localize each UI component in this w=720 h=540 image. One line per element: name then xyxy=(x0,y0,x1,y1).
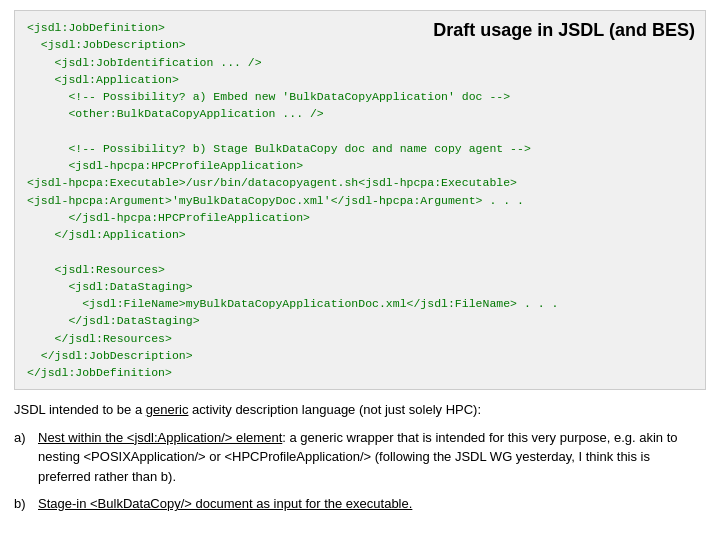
code-line: <jsdl:JobIdentification ... /> xyxy=(27,54,693,71)
code-line: <jsdl:Application> xyxy=(27,71,693,88)
list-content-b: Stage-in <BulkDataCopy/> document as inp… xyxy=(38,494,706,514)
code-line: </jsdl:DataStaging> xyxy=(27,312,693,329)
code-line: <!-- Possibility? a) Embed new 'BulkData… xyxy=(27,88,693,105)
code-line: <jsdl-hpcpa:HPCProfileApplication> xyxy=(27,157,693,174)
prose-section: JSDL intended to be a generic activity d… xyxy=(14,400,706,514)
list-item-b: b) Stage-in <BulkDataCopy/> document as … xyxy=(14,494,706,514)
code-line: <jsdl-hpcpa:Executable>/usr/bin/datacopy… xyxy=(27,174,693,191)
code-line: <other:BulkDataCopyApplication ... /> xyxy=(27,105,693,122)
code-line: </jsdl-hpcpa:HPCProfileApplication> xyxy=(27,209,693,226)
nest-underline: Nest within the <jsdl:Application/> elem… xyxy=(38,430,282,445)
list-content-a: Nest within the <jsdl:Application/> elem… xyxy=(38,428,706,487)
page-title: Draft usage in JSDL (and BES) xyxy=(433,17,695,44)
code-line: <jsdl-hpcpa:Argument>'myBulkDataCopyDoc.… xyxy=(27,192,693,209)
list-label-b: b) xyxy=(14,494,38,514)
code-line xyxy=(27,243,693,260)
code-line: </jsdl:Application> xyxy=(27,226,693,243)
list-label-a: a) xyxy=(14,428,38,487)
code-line: </jsdl:Resources> xyxy=(27,330,693,347)
code-line: <jsdl:DataStaging> xyxy=(27,278,693,295)
code-line: </jsdl:JobDescription> xyxy=(27,347,693,364)
code-line: </jsdl:JobDefinition> xyxy=(27,364,693,381)
list-item-a: a) Nest within the <jsdl:Application/> e… xyxy=(14,428,706,487)
code-line: <jsdl:FileName>myBulkDataCopyApplication… xyxy=(27,295,693,312)
code-line xyxy=(27,123,693,140)
code-line: <!-- Possibility? b) Stage BulkDataCopy … xyxy=(27,140,693,157)
stage-underline: Stage-in <BulkDataCopy/> document as inp… xyxy=(38,496,412,511)
generic-underline: generic xyxy=(146,402,189,417)
intro-text: JSDL intended to be a generic activity d… xyxy=(14,400,706,420)
code-block: Draft usage in JSDL (and BES) <jsdl:JobD… xyxy=(14,10,706,390)
code-line: <jsdl:Resources> xyxy=(27,261,693,278)
